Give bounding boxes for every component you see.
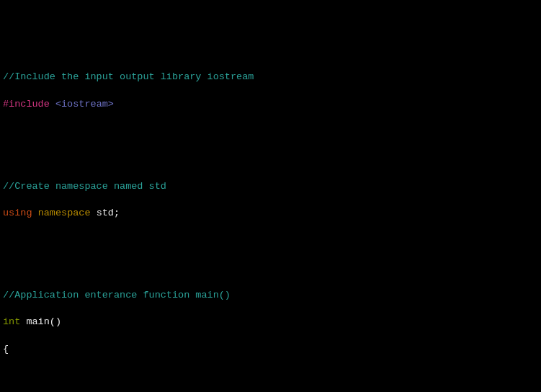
identifier-main: main <box>26 316 49 327</box>
parens: () <box>50 316 61 327</box>
comment: //Create namespace named std <box>3 181 166 192</box>
identifier: std <box>97 208 114 218</box>
preprocessor: #include <box>3 99 50 110</box>
comment: //Application enterance function main() <box>3 290 231 300</box>
include-header: <iostream> <box>55 99 114 110</box>
comment: //Include the input output library iostr… <box>3 71 254 82</box>
keyword-int: int <box>3 316 20 327</box>
semicolon: ; <box>114 208 120 218</box>
code-editor: //Include the input output library iostr… <box>3 58 538 392</box>
keyword-namespace: namespace <box>38 208 91 218</box>
brace-open: { <box>3 344 9 355</box>
keyword-using: using <box>3 208 32 218</box>
